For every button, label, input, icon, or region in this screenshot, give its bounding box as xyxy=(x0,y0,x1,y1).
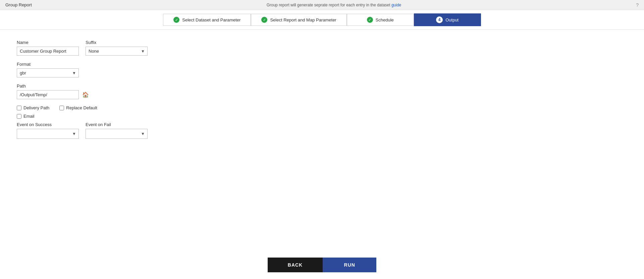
format-select-wrapper: gbr pdf xlsx csv ▼ xyxy=(17,68,79,77)
header-bar: Group Report Group report will generate … xyxy=(0,0,644,10)
event-success-label: Event on Success xyxy=(17,122,79,127)
header-info-text: Group report will generate seprate repor… xyxy=(267,3,390,7)
event-success-group: Event on Success ▼ xyxy=(17,122,79,139)
path-input[interactable] xyxy=(17,90,79,99)
step-4-number: 4 xyxy=(436,16,443,23)
path-label: Path xyxy=(17,83,90,89)
guide-link[interactable]: guide xyxy=(391,3,401,7)
format-group: Format gbr pdf xlsx csv ▼ xyxy=(17,62,79,77)
format-row: Format gbr pdf xlsx csv ▼ xyxy=(17,62,627,77)
path-row: Path 🏠 xyxy=(17,83,627,99)
header-title: Group Report xyxy=(5,2,32,7)
format-label: Format xyxy=(17,62,79,67)
event-fail-select-wrapper: ▼ xyxy=(86,129,148,139)
path-group: Path 🏠 xyxy=(17,83,90,99)
email-item: Email xyxy=(17,114,35,119)
wizard-steps: ✓ Select Dataset and Parameter ✓ Select … xyxy=(0,10,644,30)
step-2-check-icon: ✓ xyxy=(261,17,267,23)
email-row: Email xyxy=(17,114,627,119)
event-success-select[interactable] xyxy=(17,129,79,139)
event-fail-select[interactable] xyxy=(86,129,148,139)
delivery-path-item: Delivery Path xyxy=(17,105,49,110)
back-button[interactable]: BACK xyxy=(268,258,323,272)
step-1-select-dataset[interactable]: ✓ Select Dataset and Parameter xyxy=(163,14,251,26)
replace-default-item: Replace Default xyxy=(59,105,97,110)
replace-default-label: Replace Default xyxy=(66,105,97,110)
event-success-select-wrapper: ▼ xyxy=(17,129,79,139)
email-label: Email xyxy=(23,114,35,119)
run-button[interactable]: RUN xyxy=(323,258,376,272)
help-icon[interactable]: ? xyxy=(636,2,639,8)
home-path-button[interactable]: 🏠 xyxy=(81,91,90,99)
path-input-row: 🏠 xyxy=(17,90,90,99)
event-fail-group: Event on Fail ▼ xyxy=(86,122,148,139)
delivery-path-checkbox[interactable] xyxy=(17,106,21,110)
format-select[interactable]: gbr pdf xlsx csv xyxy=(17,68,79,77)
delivery-replace-row: Delivery Path Replace Default xyxy=(17,105,627,110)
bottom-action-bar: BACK RUN xyxy=(0,251,644,279)
name-input[interactable] xyxy=(17,47,79,56)
step-3-label: Schedule xyxy=(376,17,394,22)
suffix-select-wrapper: None Date Time DateTime ▼ xyxy=(86,47,148,56)
step-4-label: Output xyxy=(445,17,459,22)
main-form: Name Suffix None Date Time DateTime ▼ Fo… xyxy=(0,30,644,149)
event-row: Event on Success ▼ Event on Fail ▼ xyxy=(17,122,627,139)
name-label: Name xyxy=(17,40,79,45)
header-info: Group report will generate seprate repor… xyxy=(267,3,401,7)
suffix-label: Suffix xyxy=(86,40,148,45)
step-3-schedule[interactable]: ✓ Schedule xyxy=(347,14,414,26)
step-2-select-report[interactable]: ✓ Select Report and Map Parameter xyxy=(251,14,346,26)
suffix-select[interactable]: None Date Time DateTime xyxy=(86,47,148,56)
step-4-output[interactable]: 4 Output xyxy=(414,13,481,26)
suffix-group: Suffix None Date Time DateTime ▼ xyxy=(86,40,148,56)
step-3-check-icon: ✓ xyxy=(367,17,373,23)
step-2-label: Select Report and Map Parameter xyxy=(270,17,336,22)
name-group: Name xyxy=(17,40,79,56)
name-suffix-row: Name Suffix None Date Time DateTime ▼ xyxy=(17,40,627,56)
step-1-label: Select Dataset and Parameter xyxy=(182,17,240,22)
replace-default-checkbox[interactable] xyxy=(59,106,64,110)
step-1-check-icon: ✓ xyxy=(173,17,179,23)
delivery-path-label: Delivery Path xyxy=(23,105,49,110)
email-checkbox[interactable] xyxy=(17,114,21,119)
event-fail-label: Event on Fail xyxy=(86,122,148,127)
